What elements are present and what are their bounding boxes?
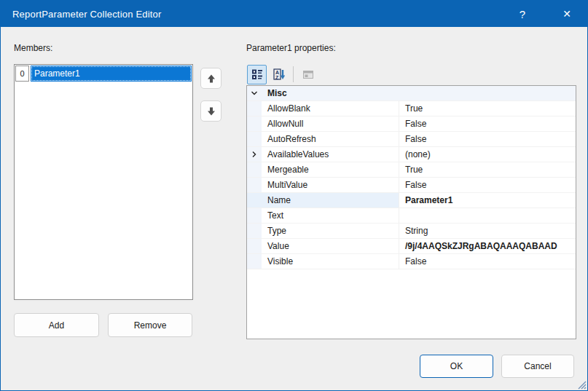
- property-row[interactable]: Value /9j/4AAQSkZJRgABAQAAAQABAAD: [247, 239, 576, 254]
- ok-button[interactable]: OK: [420, 355, 493, 378]
- property-value[interactable]: /9j/4AAQSkZJRgABAQAAAQABAAD: [399, 239, 576, 253]
- close-icon: ✕: [562, 8, 571, 20]
- chevron-down-icon: [250, 89, 259, 98]
- property-rows: AllowBlank True AllowNull False AutoRefr…: [247, 101, 576, 269]
- property-label[interactable]: Type: [262, 224, 399, 238]
- row-gutter[interactable]: [247, 116, 262, 131]
- property-label[interactable]: Visible: [262, 254, 399, 269]
- properties-label: Parameter1 properties:: [246, 43, 336, 53]
- property-row[interactable]: AllowNull False: [247, 116, 576, 132]
- property-label[interactable]: Text: [262, 208, 399, 223]
- property-row[interactable]: Visible False: [247, 254, 576, 269]
- property-value[interactable]: False: [399, 116, 576, 131]
- property-value[interactable]: False: [399, 178, 576, 192]
- cancel-button[interactable]: Cancel: [501, 355, 574, 378]
- row-gutter[interactable]: [247, 162, 262, 177]
- property-pages-icon: [302, 68, 314, 80]
- toolbar-separator: [293, 66, 294, 82]
- alphabetical-sort-button[interactable]: A Z: [269, 65, 289, 84]
- property-label[interactable]: MultiValue: [262, 178, 399, 192]
- property-value[interactable]: True: [399, 162, 576, 177]
- resize-grip[interactable]: [576, 379, 587, 390]
- categorized-icon: [251, 68, 263, 80]
- property-value[interactable]: (none): [399, 147, 576, 162]
- members-listbox[interactable]: 0 Parameter1: [14, 64, 193, 300]
- window-title: ReportParameter Collection Editor: [12, 9, 162, 20]
- property-row[interactable]: Text: [247, 208, 576, 224]
- move-up-button[interactable]: [200, 68, 222, 89]
- property-label[interactable]: AutoRefresh: [262, 132, 399, 146]
- property-row[interactable]: Type String: [247, 224, 576, 239]
- svg-text:A: A: [275, 70, 279, 75]
- property-label[interactable]: AllowBlank: [262, 101, 399, 116]
- property-row[interactable]: Mergeable True: [247, 162, 576, 178]
- svg-text:Z: Z: [275, 75, 279, 80]
- add-button[interactable]: Add: [14, 313, 99, 337]
- property-label[interactable]: Value: [262, 239, 399, 253]
- member-name[interactable]: Parameter1: [31, 66, 192, 82]
- category-label: Misc: [262, 86, 576, 100]
- help-icon: ?: [520, 8, 525, 20]
- property-row[interactable]: Name Parameter1: [247, 193, 576, 208]
- property-grid-toolbar: A Z: [247, 64, 320, 84]
- property-value[interactable]: False: [399, 132, 576, 146]
- remove-button[interactable]: Remove: [108, 313, 192, 337]
- sort-az-icon: A Z: [273, 68, 285, 80]
- property-value[interactable]: False: [399, 254, 576, 269]
- row-gutter[interactable]: [247, 193, 262, 208]
- property-pages-button: [298, 65, 318, 84]
- collapse-gutter[interactable]: [247, 86, 262, 100]
- categorized-view-button[interactable]: [247, 65, 267, 84]
- arrow-up-icon: [205, 73, 217, 84]
- row-gutter[interactable]: [247, 132, 262, 146]
- property-label[interactable]: Mergeable: [262, 162, 399, 177]
- close-button[interactable]: ✕: [551, 1, 583, 27]
- row-gutter[interactable]: [247, 239, 262, 253]
- arrow-down-icon: [205, 106, 217, 117]
- property-value[interactable]: Parameter1: [399, 193, 576, 208]
- list-item[interactable]: 0 Parameter1: [15, 66, 192, 82]
- row-gutter[interactable]: [247, 147, 262, 162]
- property-row[interactable]: AvailableValues (none): [247, 147, 576, 162]
- title-bar: ReportParameter Collection Editor: [1, 1, 587, 27]
- member-index: 0: [15, 66, 29, 82]
- category-row[interactable]: Misc: [247, 86, 576, 101]
- report-parameter-collection-editor-dialog: ReportParameter Collection Editor ? ✕ Me…: [0, 0, 588, 391]
- property-row[interactable]: AutoRefresh False: [247, 132, 576, 147]
- property-label[interactable]: Name: [262, 193, 399, 208]
- row-gutter[interactable]: [247, 224, 262, 238]
- chevron-right-icon: [250, 150, 259, 159]
- row-gutter[interactable]: [247, 254, 262, 269]
- members-label: Members:: [14, 43, 52, 53]
- property-label[interactable]: AllowNull: [262, 116, 399, 131]
- property-row[interactable]: AllowBlank True: [247, 101, 576, 116]
- property-value[interactable]: String: [399, 224, 576, 238]
- property-value[interactable]: True: [399, 101, 576, 116]
- row-gutter[interactable]: [247, 178, 262, 192]
- property-grid[interactable]: Misc AllowBlank True AllowNull False: [246, 85, 576, 339]
- property-row[interactable]: MultiValue False: [247, 178, 576, 193]
- property-label[interactable]: AvailableValues: [262, 147, 399, 162]
- move-down-button[interactable]: [200, 100, 222, 122]
- row-gutter[interactable]: [247, 208, 262, 223]
- property-value[interactable]: [399, 208, 576, 223]
- row-gutter[interactable]: [247, 101, 262, 116]
- help-button[interactable]: ?: [506, 1, 538, 27]
